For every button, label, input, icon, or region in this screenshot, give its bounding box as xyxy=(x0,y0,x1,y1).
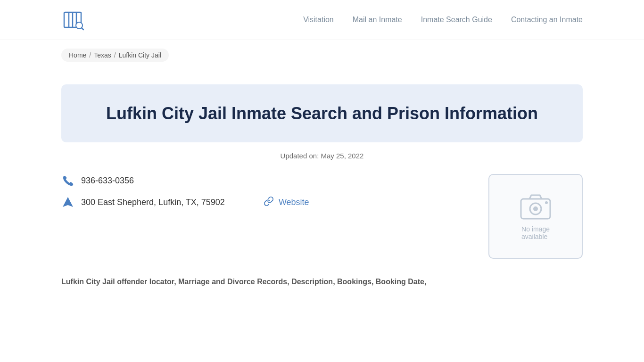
breadcrumb-home[interactable]: Home xyxy=(69,51,86,59)
link-icon xyxy=(264,196,274,209)
nav-contacting[interactable]: Contacting an Inmate xyxy=(511,16,583,24)
svg-point-9 xyxy=(533,206,538,211)
no-image-label: No imageavailable xyxy=(521,225,550,240)
hero-banner: Lufkin City Jail Inmate Search and Priso… xyxy=(61,84,583,142)
breadcrumb-facility: Lufkin City Jail xyxy=(119,51,161,59)
facility-image-placeholder: No imageavailable xyxy=(488,174,583,259)
nav-mail-inmate[interactable]: Mail an Inmate xyxy=(353,16,402,24)
updated-date: Updated on: May 25, 2022 xyxy=(0,152,644,160)
facility-details: 936-633-0356 300 East Shepherd, Lufkin, … xyxy=(61,174,460,209)
address-website-row: 300 East Shepherd, Lufkin, TX, 75902 Web… xyxy=(61,196,460,209)
breadcrumb: Home / Texas / Lufkin City Jail xyxy=(61,49,169,62)
breadcrumb-sep-2: / xyxy=(114,51,116,59)
main-nav: Visitation Mail an Inmate Inmate Search … xyxy=(303,16,583,24)
bottom-description: Lufkin City Jail offender locator, Marri… xyxy=(0,259,644,296)
breadcrumb-container: Home / Texas / Lufkin City Jail xyxy=(0,40,644,70)
breadcrumb-sep-1: / xyxy=(89,51,91,59)
phone-row: 936-633-0356 xyxy=(61,174,460,187)
svg-line-5 xyxy=(82,28,83,30)
page-title: Lufkin City Jail Inmate Search and Priso… xyxy=(85,103,559,123)
svg-point-10 xyxy=(545,201,548,204)
website-row: Website xyxy=(264,196,309,209)
facility-address: 300 East Shepherd, Lufkin, TX, 75902 xyxy=(81,197,225,207)
website-link[interactable]: Website xyxy=(279,197,309,207)
location-icon xyxy=(61,196,74,209)
breadcrumb-state[interactable]: Texas xyxy=(94,51,111,59)
phone-icon xyxy=(61,174,74,187)
phone-number: 936-633-0356 xyxy=(81,176,134,186)
svg-marker-6 xyxy=(63,197,73,207)
facility-info: 936-633-0356 300 East Shepherd, Lufkin, … xyxy=(0,174,644,259)
logo[interactable] xyxy=(61,8,84,31)
nav-visitation[interactable]: Visitation xyxy=(303,16,334,24)
address-row: 300 East Shepherd, Lufkin, TX, 75902 xyxy=(61,196,225,209)
nav-search-guide[interactable]: Inmate Search Guide xyxy=(421,16,492,24)
